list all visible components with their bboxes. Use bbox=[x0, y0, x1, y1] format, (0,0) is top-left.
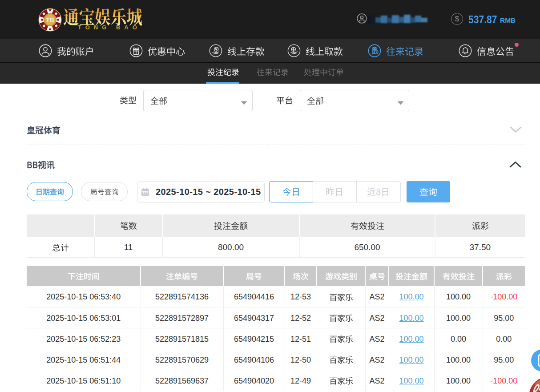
svg-text:TB: TB bbox=[46, 16, 54, 24]
